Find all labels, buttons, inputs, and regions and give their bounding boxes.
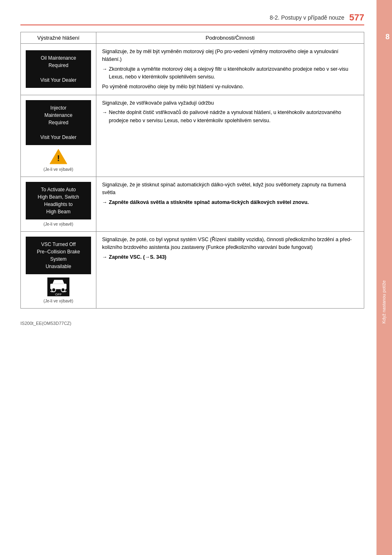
chapter-tab: 8 Když nastanou potíže: [376, 0, 392, 555]
highbeam-warning-display: To Activate AutoHigh Beam, SwitchHeadlig…: [26, 182, 91, 219]
table-row: Oil MaintenanceRequiredVisit Your Dealer…: [21, 44, 364, 95]
table-row: InjectorMaintenanceRequiredVisit Your De…: [21, 95, 364, 177]
oil-detail-text: Signalizuje, že by měl být vyměněn motor…: [102, 49, 339, 62]
vsc-icon-wrap: OFF: [24, 278, 93, 296]
vsc-car-icon: [48, 278, 69, 292]
section-title: 8-2. Postupy v případě nouze: [270, 14, 344, 21]
vsc-arrow-text: Zapněte VSC. (→S. 343): [109, 253, 167, 261]
oil-arrow-text: Zkontrolujte a vyměňte motorový olej a o…: [109, 65, 359, 81]
oil-warning-display: Oil MaintenanceRequiredVisit Your Dealer: [26, 50, 91, 88]
vsc-off-label: OFF: [55, 293, 62, 296]
highbeam-arrow-text: Zapněte dálková světla a stiskněte spína…: [109, 199, 309, 206]
detail-cell-oil: Signalizuje, že by měl být vyměněn motor…: [96, 44, 364, 95]
injector-detail-text: Signalizuje, že vstřikovače paliva vyžad…: [102, 100, 214, 106]
page-header: 8-2. Postupy v případě nouze 577: [20, 12, 364, 25]
table-row: VSC Turned OffPre−Collision BrakeSystemU…: [21, 231, 364, 308]
svg-text:!: !: [57, 154, 60, 163]
vsc-note: (Je-li ve výbavě): [24, 299, 93, 303]
vsc-warning-display: VSC Turned OffPre−Collision BrakeSystemU…: [26, 237, 91, 274]
highbeam-note: (Je-li ve výbavě): [24, 222, 93, 226]
oil-note: Po výměně motorového oleje by mělo být h…: [102, 83, 358, 91]
detail-cell-injector: Signalizuje, že vstřikovače paliva vyžad…: [96, 95, 364, 177]
injector-warning-display: InjectorMaintenanceRequiredVisit Your De…: [26, 100, 91, 145]
col2-header: Podrobnosti/Činnosti: [96, 32, 364, 44]
main-content: 8-2. Postupy v případě nouze 577 Výstraž…: [0, 0, 376, 338]
oil-arrow-line: Zkontrolujte a vyměňte motorový olej a o…: [102, 65, 358, 81]
warning-cell-injector: InjectorMaintenanceRequiredVisit Your De…: [21, 95, 96, 177]
warning-cell-highbeam: To Activate AutoHigh Beam, SwitchHeadlig…: [21, 177, 96, 231]
warning-table: Výstražné hlášení Podrobnosti/Činnosti O…: [20, 32, 364, 309]
footer-text: IS200t_EE(OM53D77CZ): [20, 321, 71, 326]
chapter-title: Když nastanou potíže: [381, 280, 387, 324]
highbeam-detail-text: Signalizuje, že je stisknut spínač autom…: [102, 182, 346, 195]
warning-icon-wrap: !: [24, 148, 93, 165]
warning-cell-oil: Oil MaintenanceRequiredVisit Your Dealer: [21, 44, 96, 95]
vsc-detail-text: Signalizuje, že poté, co byl vypnut syst…: [102, 237, 352, 250]
injector-arrow-line: Nechte doplnit čistič vstřikovačů do pal…: [102, 109, 358, 125]
detail-cell-vsc: Signalizuje, že poté, co byl vypnut syst…: [96, 231, 364, 308]
injector-arrow-text: Nechte doplnit čistič vstřikovačů do pal…: [109, 109, 359, 125]
page-footer: IS200t_EE(OM53D77CZ): [20, 321, 364, 326]
chapter-number: 8: [385, 33, 390, 41]
warning-triangle-icon: !: [49, 148, 68, 165]
svg-marker-3: [53, 280, 64, 284]
detail-cell-highbeam: Signalizuje, že je stisknut spínač autom…: [96, 177, 364, 231]
injector-note: (Je-li ve výbavě): [24, 167, 93, 172]
highbeam-arrow-line: Zapněte dálková světla a stiskněte spína…: [102, 199, 358, 206]
vsc-icon: OFF: [47, 278, 69, 296]
col1-header: Výstražné hlášení: [21, 32, 96, 44]
warning-cell-vsc: VSC Turned OffPre−Collision BrakeSystemU…: [21, 231, 96, 308]
page-number: 577: [349, 12, 364, 23]
vsc-arrow-line: Zapněte VSC. (→S. 343): [102, 253, 358, 261]
table-row: To Activate AutoHigh Beam, SwitchHeadlig…: [21, 177, 364, 231]
